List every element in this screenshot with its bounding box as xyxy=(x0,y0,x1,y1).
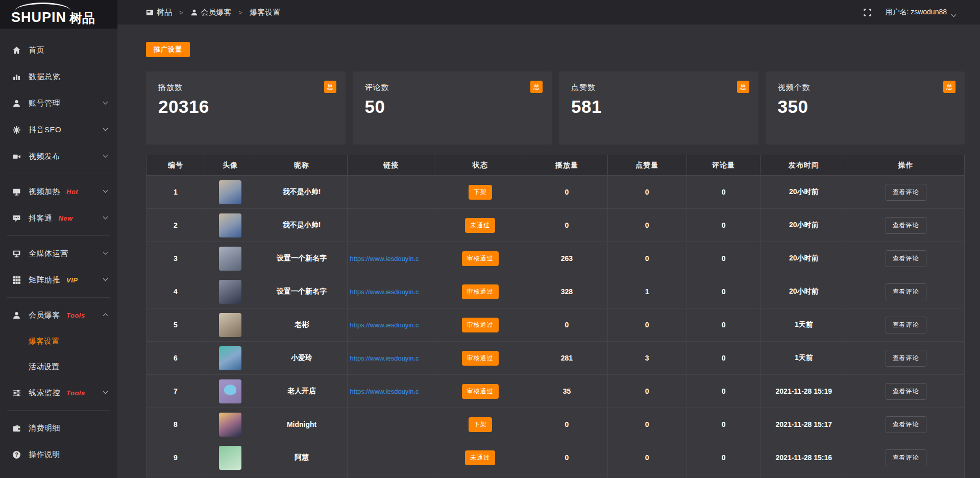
sidebar-subitem-label: 爆客设置 xyxy=(29,337,59,346)
cell-nickname: 老彬 xyxy=(256,308,348,342)
stat-total-badge: 总 xyxy=(324,81,336,93)
breadcrumb-item[interactable]: 爆客设置 xyxy=(250,8,280,17)
avatar xyxy=(219,379,241,403)
cell-avatar xyxy=(205,242,256,275)
sidebar-divider xyxy=(7,297,110,298)
avatar xyxy=(219,446,241,470)
stat-card: 播放数20316总 xyxy=(146,71,346,145)
view-comments-button[interactable]: 查看评论 xyxy=(886,449,926,466)
topbar-right: 用户名: zswodun88 xyxy=(863,8,965,17)
accounts-table: 编号头像昵称链接状态播放量点赞量评论量发布时间操作 1我不是小帅!下架00020… xyxy=(146,155,965,478)
status-badge: 审核通过 xyxy=(462,318,499,332)
sidebar-item[interactable]: 视频加热Hot xyxy=(0,178,117,205)
sidebar-item[interactable]: 全媒体运营 xyxy=(0,240,117,267)
view-comments-button[interactable]: 查看评论 xyxy=(886,283,926,300)
table-header-cell: 评论量 xyxy=(687,155,761,176)
cell-row-number: 2 xyxy=(146,209,205,242)
cell-link[interactable]: https://www.iesdouyin.c xyxy=(348,375,434,408)
cell-link[interactable]: https://www.iesdouyin.c xyxy=(348,308,434,342)
cell-link[interactable]: https://www.iesdouyin.c xyxy=(348,275,434,308)
sidebar-item[interactable]: 数据总览 xyxy=(0,63,117,90)
cell-link[interactable]: https://www.iesdouyin.c xyxy=(348,342,434,375)
cell-play-count: 281 xyxy=(526,342,608,375)
cell-nickname xyxy=(256,474,348,478)
app-root: SHUPIN 树品 首页数据总览账号管理抖音SEO视频发布视频加热Hot抖客通N… xyxy=(0,0,980,478)
cell-status: 下架 xyxy=(434,408,526,441)
sidebar-item[interactable]: 抖音SEO xyxy=(0,116,117,143)
cell-like-count: 0 xyxy=(607,408,687,441)
stat-card: 评论数50总 xyxy=(353,71,552,145)
cell-row-number: 9 xyxy=(146,441,205,474)
chevron-down-icon xyxy=(103,100,108,105)
grid-icon xyxy=(12,276,21,284)
table-body: 1我不是小帅!下架00020小时前查看评论2我不是小帅!未通过00020小时前查… xyxy=(146,176,965,478)
view-comments-button[interactable]: 查看评论 xyxy=(886,383,926,400)
cell-status: 审核通过 xyxy=(434,242,526,275)
cell-play-count: 0 xyxy=(526,209,608,242)
cell-link[interactable]: https://www.iesdouyin.c xyxy=(348,242,434,275)
status-badge: 审核通过 xyxy=(462,384,499,399)
video-camera-icon xyxy=(12,152,21,161)
sidebar-item[interactable]: 矩阵助推VIP xyxy=(0,267,117,293)
breadcrumb-item-label: 树品 xyxy=(157,8,172,17)
topbar: 树品>会员爆客>爆客设置 用户名: zswodun88 xyxy=(117,0,980,25)
cell-play-count: 0 xyxy=(526,176,608,209)
chevron-down-icon xyxy=(103,214,108,220)
sidebar-item[interactable]: ?操作说明 xyxy=(0,441,117,468)
sidebar-item[interactable]: 账号管理 xyxy=(0,90,117,116)
sidebar-item[interactable]: 线索监控Tools xyxy=(0,379,117,406)
username-label: 用户名: zswodun88 xyxy=(885,8,947,17)
sidebar-item[interactable]: 消费明细 xyxy=(0,415,117,441)
sidebar-item[interactable]: 首页 xyxy=(0,37,117,63)
breadcrumb-item[interactable]: 树品 xyxy=(146,8,172,17)
cell-like-count xyxy=(607,474,687,478)
cell-status: 未通过 xyxy=(434,441,526,474)
sidebar-item-tag: VIP xyxy=(66,276,78,284)
breadcrumb-item[interactable]: 会员爆客 xyxy=(190,8,232,17)
sidebar-item[interactable]: 抖客通New xyxy=(0,205,117,231)
cell-nickname: 设置一个新名字 xyxy=(256,275,348,308)
sidebar-subitem-label: 活动设置 xyxy=(29,362,59,372)
user-menu[interactable]: 用户名: zswodun88 xyxy=(885,8,965,17)
sidebar-divider xyxy=(7,174,110,174)
stat-card: 视频个数350总 xyxy=(766,71,965,145)
cell-action: 查看评论 xyxy=(847,408,965,441)
view-comments-button[interactable]: 查看评论 xyxy=(886,317,926,333)
cell-action: 查看评论 xyxy=(847,209,965,242)
cell-comment-count: 0 xyxy=(687,209,761,242)
cell-comment-count: 0 xyxy=(687,375,761,408)
view-comments-button[interactable]: 查看评论 xyxy=(886,416,926,433)
stat-card: 点赞数581总 xyxy=(559,71,758,145)
view-comments-button[interactable]: 查看评论 xyxy=(886,217,926,234)
brand-suffix: 树品 xyxy=(69,12,95,25)
avatar-cartoon-shape xyxy=(224,385,236,395)
view-comments-button[interactable]: 查看评论 xyxy=(886,184,926,201)
sidebar-nav: 首页数据总览账号管理抖音SEO视频发布视频加热Hot抖客通New全媒体运营矩阵助… xyxy=(0,29,117,468)
table-row: 6小爱玲https://www.iesdouyin.c审核通过281301天前查… xyxy=(146,342,965,375)
breadcrumb-separator: > xyxy=(179,9,183,16)
promo-settings-button[interactable]: 推广设置 xyxy=(146,42,190,57)
cell-avatar xyxy=(205,474,256,478)
cell-row-number: 10 xyxy=(146,474,205,478)
breadcrumb: 树品>会员爆客>爆客设置 xyxy=(146,8,280,17)
avatar xyxy=(219,313,241,337)
svg-text:?: ? xyxy=(15,451,18,458)
chevron-down-icon xyxy=(103,188,108,193)
chevron-up-icon xyxy=(103,314,108,319)
cell-status xyxy=(434,474,526,478)
sidebar-item[interactable]: 会员爆客Tools xyxy=(0,302,117,328)
sidebar-subitem[interactable]: 爆客设置 xyxy=(0,328,117,354)
table-row: 4设置一个新名字https://www.iesdouyin.c审核通过32810… xyxy=(146,275,965,308)
stat-card-label: 视频个数 xyxy=(778,83,953,92)
status-badge: 未通过 xyxy=(465,450,495,465)
sidebar-item[interactable]: 视频发布 xyxy=(0,143,117,170)
fullscreen-icon[interactable] xyxy=(863,8,872,17)
brand-logo[interactable]: SHUPIN 树品 xyxy=(0,0,117,29)
cell-avatar xyxy=(205,342,256,375)
table-section: 编号头像昵称链接状态播放量点赞量评论量发布时间操作 1我不是小帅!下架00020… xyxy=(146,155,965,478)
view-comments-button[interactable]: 查看评论 xyxy=(886,350,926,367)
view-comments-button[interactable]: 查看评论 xyxy=(886,250,926,267)
stat-card-value: 350 xyxy=(778,97,953,117)
cell-publish-time: 1天前 xyxy=(761,308,847,342)
sidebar-subitem[interactable]: 活动设置 xyxy=(0,354,117,379)
